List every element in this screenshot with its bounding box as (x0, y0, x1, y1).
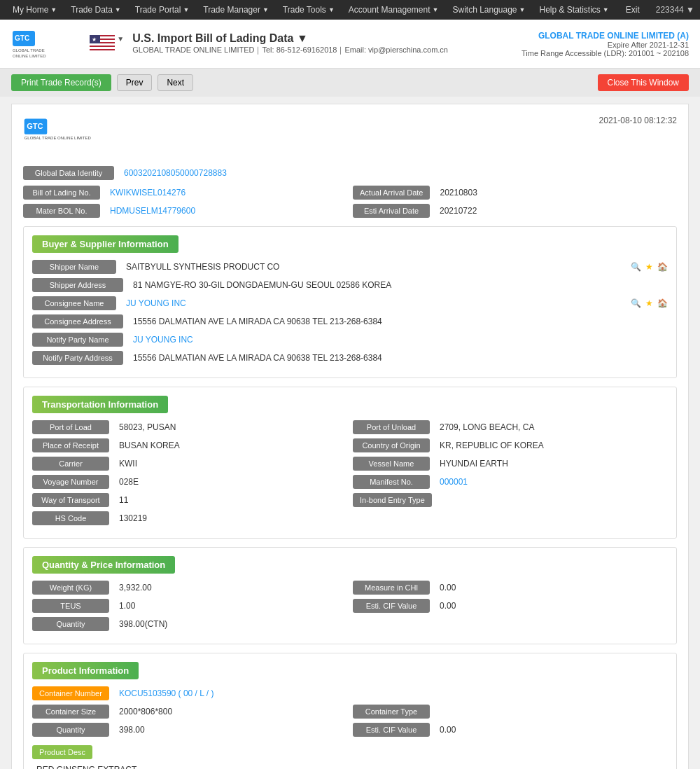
nav-account-management[interactable]: Account Management ▼ (342, 0, 446, 20)
nav-trade-tools[interactable]: Trade Tools ▼ (276, 0, 342, 20)
weight-kg-value: 3,932.00 (115, 581, 347, 595)
shipper-address-value: 81 NAMGYE-RO 30-GIL DONGDAEMUN-GU SEOUL … (129, 278, 668, 292)
teus-cif-row: TEUS 1.00 Esti. CIF Value 0.00 (32, 599, 668, 613)
top-action-bar: Print Trade Record(s) Prev Next Close Th… (0, 69, 700, 97)
shipper-icons: 🔍 ★ 🏠 (628, 262, 668, 272)
voyage-number-value: 028E (115, 475, 347, 489)
product-desc-text: RED GINSENG EXTRACT (32, 762, 668, 769)
product-desc-button[interactable]: Product Desc (32, 745, 92, 759)
esti-arrival-col: Esti Arrival Date 20210722 (353, 204, 677, 218)
quantity-price-title: Quantity & Price Information (32, 556, 175, 574)
page-title: U.S. Import Bill of Lading Data ▼ (132, 32, 522, 45)
notify-party-address-value: 15556 DALMATIAN AVE LA MIRADA CA 90638 T… (129, 351, 668, 365)
time-range: Time Range Accessible (LDR): 201001 ~ 20… (522, 49, 689, 57)
master-bol-label: Mater BOL No. (23, 204, 100, 218)
svg-text:GLOBAL TRADE: GLOBAL TRADE (13, 48, 45, 53)
quantity-price-section: Quantity & Price Information Weight (KG)… (23, 547, 677, 644)
consignee-address-value: 15556 DALMATIAN AVE LA MIRADA CA 90638 T… (129, 314, 668, 328)
hs-code-value: 130219 (115, 511, 668, 525)
global-identity-row: Global Data Identity 6003202108050000728… (23, 166, 677, 180)
container-number-button[interactable]: Container Number (32, 686, 109, 700)
measure-chl-label: Measure in CHl (353, 581, 430, 595)
svg-text:GLOBAL TRADE ONLINE LIMITED: GLOBAL TRADE ONLINE LIMITED (24, 136, 92, 140)
shipper-name-label: Shipper Name (32, 260, 116, 274)
consignee-search-icon[interactable]: 🔍 (631, 298, 641, 308)
notify-party-address-label: Notify Party Address (32, 351, 123, 365)
country-flag[interactable]: ★ ▼ (90, 35, 124, 53)
country-of-origin-label: Country of Origin (353, 438, 430, 452)
prev-button-top[interactable]: Prev (117, 74, 153, 91)
quantity-row: Quantity 398.00(CTN) (32, 617, 668, 631)
consignee-name-label: Consignee Name (32, 296, 116, 310)
nav-my-home[interactable]: My Home ▼ (6, 0, 64, 20)
nav-trade-portal[interactable]: Trade Portal ▼ (128, 0, 197, 20)
buyer-supplier-section: Buyer & Supplier Information Shipper Nam… (23, 226, 677, 378)
port-row: Port of Load 58023, PUSAN Port of Unload… (32, 420, 668, 434)
product-quantity-cif-row: Quantity 398.00 Esti. CIF Value 0.00 (32, 723, 668, 737)
page-subtitle: GLOBAL TRADE ONLINE LIMITED｜Tel: 86-512-… (132, 45, 522, 55)
esti-cif-qp-value: 0.00 (435, 599, 668, 613)
shipper-address-label: Shipper Address (32, 278, 123, 292)
country-of-origin-value: KR, REPUBLIC OF KOREA (435, 438, 668, 452)
document-date: 2021-08-10 08:12:32 (599, 116, 677, 125)
user-id[interactable]: 223344 ▼ (656, 5, 694, 15)
port-of-unload-value: 2709, LONG BEACH, CA (435, 420, 668, 434)
consignee-star-icon[interactable]: ★ (645, 298, 653, 308)
page-title-section: U.S. Import Bill of Lading Data ▼ GLOBAL… (132, 32, 522, 55)
notify-party-name-value: JU YOUNG INC (129, 333, 668, 347)
close-button-top[interactable]: Close This Window (598, 74, 689, 91)
shipper-search-icon[interactable]: 🔍 (631, 262, 641, 272)
global-identity-value: 6003202108050000728883 (120, 166, 677, 180)
product-esti-cif-value: 0.00 (435, 723, 668, 737)
shipper-home-icon[interactable]: 🏠 (657, 262, 668, 272)
bill-of-lading-col: Bill of Lading No. KWIKWISEL014276 (23, 186, 347, 200)
master-bol-value: HDMUSELM14779600 (106, 204, 347, 218)
master-bol-col: Mater BOL No. HDMUSELM14779600 (23, 204, 347, 218)
document-logo: GTC GLOBAL TRADE ONLINE LIMITED (23, 116, 107, 149)
measure-chl-value: 0.00 (435, 581, 668, 595)
notify-party-name-label: Notify Party Name (32, 333, 123, 347)
container-number-value: KOCU5103590 ( 00 / L / ) (115, 686, 668, 700)
nav-trade-data[interactable]: Trade Data ▼ (64, 0, 128, 20)
nav-help-statistics[interactable]: Help & Statistics ▼ (532, 0, 615, 20)
container-type-label: Container Type (353, 705, 430, 719)
vessel-name-label: Vessel Name (353, 457, 430, 471)
manifest-no-value: 000001 (435, 475, 668, 489)
consignee-home-icon[interactable]: 🏠 (657, 298, 668, 308)
esti-arrival-label: Esti Arrival Date (353, 204, 430, 218)
product-desc-section: Product Desc RED GINSENG EXTRACT (32, 741, 668, 769)
expire-date: Expire After 2021-12-31 (522, 41, 689, 49)
main-document: GTC GLOBAL TRADE ONLINE LIMITED 2021-08-… (11, 104, 689, 769)
way-of-transport-label: Way of Transport (32, 493, 109, 507)
shipper-star-icon[interactable]: ★ (645, 262, 653, 272)
next-button-top[interactable]: Next (158, 74, 193, 91)
master-bol-row: Mater BOL No. HDMUSELM14779600 Esti Arri… (23, 204, 677, 218)
nav-trade-manager[interactable]: Trade Manager ▼ (196, 0, 276, 20)
transportation-title: Transportation Information (32, 396, 168, 413)
svg-text:★: ★ (92, 36, 97, 43)
svg-rect-8 (90, 47, 115, 49)
consignee-icons: 🔍 ★ 🏠 (628, 298, 668, 308)
port-of-unload-label: Port of Unload (353, 420, 430, 434)
transportation-section: Transportation Information Port of Load … (23, 387, 677, 539)
print-button-top[interactable]: Print Trade Record(s) (11, 74, 111, 91)
nav-exit[interactable]: Exit (619, 0, 647, 20)
top-navigation: My Home ▼ Trade Data ▼ Trade Portal ▼ Tr… (0, 0, 700, 20)
consignee-address-label: Consignee Address (32, 314, 123, 328)
shipper-name-row: Shipper Name SAITBYULL SYNTHESIS PRODUCT… (32, 260, 668, 274)
port-of-load-value: 58023, PUSAN (115, 420, 347, 434)
bill-arrival-row: Bill of Lading No. KWIKWISEL014276 Actua… (23, 186, 677, 200)
hs-code-row: HS Code 130219 (32, 511, 668, 525)
manifest-no-label: Manifest No. (353, 475, 430, 489)
hs-code-label: HS Code (32, 511, 109, 525)
product-quantity-value: 398.00 (115, 723, 347, 737)
carrier-vessel-row: Carrier KWII Vessel Name HYUNDAI EARTH (32, 457, 668, 471)
quantity-qp-label: Quantity (32, 617, 109, 631)
product-esti-cif-label: Esti. CIF Value (353, 723, 430, 737)
document-header: GTC GLOBAL TRADE ONLINE LIMITED 2021-08-… (23, 116, 677, 155)
product-title: Product Information (32, 662, 139, 679)
svg-text:GTC: GTC (27, 122, 43, 130)
inbond-entry-label: In-bond Entry Type (353, 493, 432, 507)
global-identity-label: Global Data Identity (23, 166, 114, 180)
nav-switch-language[interactable]: Switch Language ▼ (445, 0, 532, 20)
